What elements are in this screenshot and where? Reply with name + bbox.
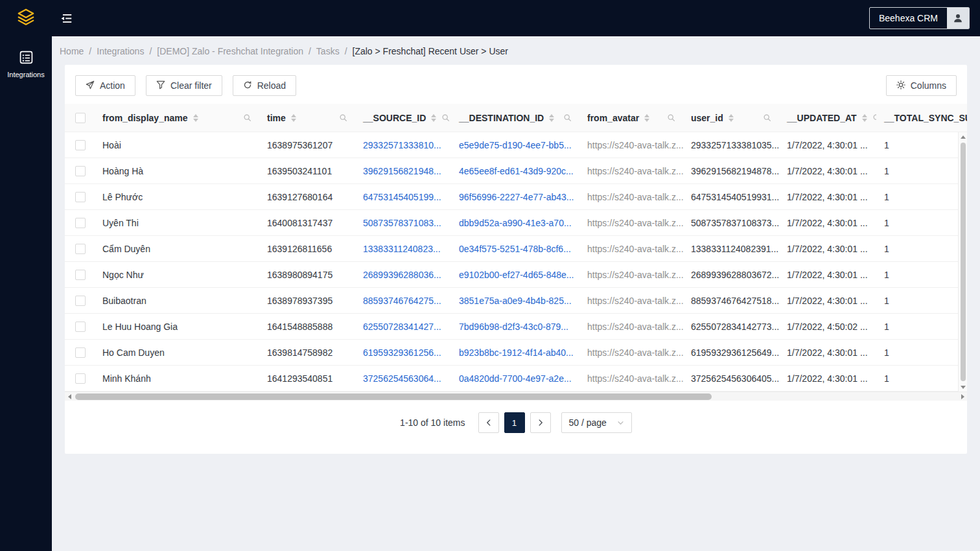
cell-__SOURCE_ID[interactable]: 88593746764275... bbox=[355, 288, 451, 314]
row-checkbox[interactable] bbox=[75, 270, 86, 280]
row-checkbox[interactable] bbox=[75, 244, 86, 254]
pagination-page-1[interactable]: 1 bbox=[504, 412, 525, 433]
row-checkbox[interactable] bbox=[75, 373, 86, 384]
row-checkbox[interactable] bbox=[75, 218, 86, 228]
cell-__TOTAL_SYNC_SUCC: 1 bbox=[876, 158, 967, 184]
account-button[interactable]: Beehexa CRM bbox=[869, 7, 970, 29]
sorter-icon[interactable] bbox=[193, 114, 198, 122]
search-icon[interactable] bbox=[872, 113, 876, 122]
cell-__SOURCE_ID[interactable]: 50873578371083... bbox=[355, 210, 451, 236]
cell-__DESTINATION_ID[interactable]: dbb9d52a-a990-41e3-a70... bbox=[451, 210, 579, 236]
scroll-up-arrow[interactable] bbox=[961, 132, 966, 141]
scroll-left-arrow[interactable] bbox=[65, 394, 74, 399]
row-checkbox[interactable] bbox=[75, 296, 86, 306]
column-header-time[interactable]: time bbox=[259, 104, 355, 132]
column-header-from_avatar[interactable]: from_avatar bbox=[579, 104, 683, 132]
breadcrumb-home[interactable]: Home bbox=[60, 46, 84, 56]
app-logo[interactable] bbox=[0, 7, 52, 29]
horizontal-scroll-thumb[interactable] bbox=[75, 393, 712, 400]
cell-__SOURCE_ID[interactable]: 29332571333810... bbox=[355, 132, 451, 158]
column-header-from_display_name[interactable]: from_display_name bbox=[95, 104, 259, 132]
row-checkbox[interactable] bbox=[75, 166, 86, 176]
clear-filter-button[interactable]: Clear filter bbox=[146, 75, 222, 96]
sorter-icon[interactable] bbox=[644, 114, 649, 122]
cell-__SOURCE_ID[interactable]: 61959329361256... bbox=[355, 340, 451, 366]
cell-__UPDATED_AT: 1/7/2022, 4:30:01 ... bbox=[779, 262, 876, 288]
cell-__DESTINATION_ID[interactable]: b923b8bc-1912-4f14-ab40... bbox=[451, 340, 579, 366]
column-header-user_id[interactable]: user_id bbox=[683, 104, 779, 132]
cell-__SOURCE_ID[interactable]: 64753145405199... bbox=[355, 184, 451, 210]
row-checkbox[interactable] bbox=[75, 322, 86, 332]
table-row: Lê Phước163912768016464753145405199...96… bbox=[65, 184, 967, 210]
sidebar-item-integrations[interactable]: Integrations bbox=[0, 45, 52, 84]
columns-button[interactable]: Columns bbox=[886, 75, 957, 96]
vertical-scrollbar[interactable] bbox=[958, 132, 967, 392]
action-button[interactable]: Action bbox=[75, 75, 135, 96]
cell-__SOURCE_ID[interactable]: 13383311240823... bbox=[355, 236, 451, 262]
breadcrumb-current-task: [Zalo > Freshchat] Recent User > User bbox=[353, 46, 508, 56]
select-all-checkbox[interactable] bbox=[75, 113, 86, 123]
cell-__DESTINATION_ID[interactable]: e5e9de75-d190-4ee7-bb5... bbox=[451, 132, 579, 158]
cell-__SOURCE_ID[interactable]: 62550728341427... bbox=[355, 314, 451, 340]
cell-user_id: 6195932936125649... bbox=[683, 340, 779, 366]
cell-__SOURCE_ID[interactable]: 39629156821948... bbox=[355, 158, 451, 184]
search-icon[interactable] bbox=[243, 113, 251, 122]
row-checkbox[interactable] bbox=[75, 140, 86, 150]
sorter-icon[interactable] bbox=[549, 114, 554, 122]
breadcrumb-integration-name[interactable]: [DEMO] Zalo - Freshchat Integration bbox=[157, 46, 303, 56]
cell-user_id: 2933257133381035... bbox=[683, 132, 779, 158]
pagination-next-button[interactable] bbox=[530, 412, 551, 433]
cell-__DESTINATION_ID[interactable]: 4e65ee8f-ed61-43d9-920c... bbox=[451, 158, 579, 184]
menu-fold-icon[interactable] bbox=[61, 13, 72, 24]
table-row: Hoàng Hà163950324110139629156821948...4e… bbox=[65, 158, 967, 184]
page-size-select[interactable]: 50 / page bbox=[561, 412, 632, 433]
search-icon[interactable] bbox=[441, 113, 450, 122]
column-header-__UPDATED_AT[interactable]: __UPDATED_AT bbox=[779, 104, 876, 132]
column-header-__SOURCE_ID[interactable]: __SOURCE_ID bbox=[355, 104, 451, 132]
cell-__UPDATED_AT: 1/7/2022, 4:50:02 ... bbox=[779, 314, 876, 340]
column-header-__TOTAL_SYNC_SUCC[interactable]: __TOTAL_SYNC_SUCC bbox=[876, 104, 967, 132]
cell-__TOTAL_SYNC_SUCC: 1 bbox=[876, 340, 967, 366]
vertical-scroll-thumb[interactable] bbox=[961, 143, 966, 381]
search-icon[interactable] bbox=[563, 113, 572, 122]
row-checkbox[interactable] bbox=[75, 192, 86, 202]
sorter-icon[interactable] bbox=[291, 114, 296, 122]
cell-__DESTINATION_ID[interactable]: 0a4820dd-7700-4e97-a2e... bbox=[451, 366, 579, 392]
cell-from_display_name: Ho Cam Duyen bbox=[95, 340, 259, 366]
horizontal-scrollbar[interactable] bbox=[65, 392, 967, 401]
sorter-icon[interactable] bbox=[431, 114, 436, 122]
cell-from_avatar: https://s240-ava-talk.z... bbox=[579, 236, 683, 262]
row-checkbox[interactable] bbox=[75, 347, 86, 358]
search-icon[interactable] bbox=[763, 113, 771, 122]
cell-__DESTINATION_ID[interactable]: 7bd96b98-d2f3-43c0-879... bbox=[451, 314, 579, 340]
scroll-down-arrow[interactable] bbox=[961, 382, 966, 392]
table-row: Ho Cam Duyen163981475898261959329361256.… bbox=[65, 340, 967, 366]
cell-__DESTINATION_ID[interactable]: 3851e75a-a0e9-4b4b-825... bbox=[451, 288, 579, 314]
sorter-icon[interactable] bbox=[729, 114, 734, 122]
search-icon[interactable] bbox=[667, 113, 675, 122]
scroll-right-arrow[interactable] bbox=[958, 394, 967, 399]
cell-__SOURCE_ID[interactable]: 26899396288036... bbox=[355, 262, 451, 288]
cell-__DESTINATION_ID[interactable]: 96f56996-2227-4e77-ab43... bbox=[451, 184, 579, 210]
horizontal-scroll-track[interactable] bbox=[74, 392, 958, 401]
search-icon[interactable] bbox=[339, 113, 347, 122]
main-content: Home / Integrations / [DEMO] Zalo - Fres… bbox=[52, 0, 980, 515]
cell-time: 1641293540851 bbox=[259, 366, 355, 392]
sorter-icon[interactable] bbox=[862, 114, 867, 122]
cell-__UPDATED_AT: 1/7/2022, 4:30:01 ... bbox=[779, 158, 876, 184]
reload-button-label: Reload bbox=[257, 80, 286, 91]
column-label: from_avatar bbox=[587, 113, 639, 123]
table-card: Action Clear filter Reload bbox=[65, 65, 967, 454]
breadcrumb-tasks[interactable]: Tasks bbox=[316, 46, 340, 56]
pagination-prev-button[interactable] bbox=[478, 412, 499, 433]
cell-time: 1638980894175 bbox=[259, 262, 355, 288]
reload-button[interactable]: Reload bbox=[233, 75, 296, 96]
cell-__DESTINATION_ID[interactable]: e9102b00-ef27-4d65-848e... bbox=[451, 262, 579, 288]
cell-__SOURCE_ID[interactable]: 37256254563064... bbox=[355, 366, 451, 392]
cell-user_id: 1338331124082391... bbox=[683, 236, 779, 262]
column-header-__DESTINATION_ID[interactable]: __DESTINATION_ID bbox=[451, 104, 579, 132]
breadcrumb-integrations[interactable]: Integrations bbox=[97, 46, 144, 56]
cell-from_display_name: Le Huu Hoang Gia bbox=[95, 314, 259, 340]
cell-__DESTINATION_ID[interactable]: 0e34f575-5251-478b-8cf6... bbox=[451, 236, 579, 262]
cell-__UPDATED_AT: 1/7/2022, 4:30:01 ... bbox=[779, 366, 876, 392]
